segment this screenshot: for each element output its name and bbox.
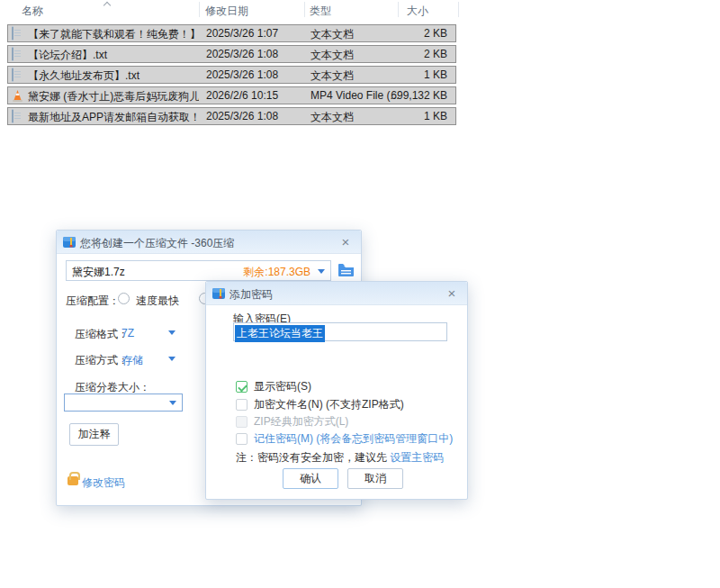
column-divider[interactable] — [398, 2, 399, 17]
lock-icon — [68, 476, 78, 485]
column-header-size[interactable]: 大小 — [407, 4, 428, 19]
desktop-screen: 名称 修改日期 类型 大小 【来了就能下载和观看！纯免费！】.txt 2025/… — [0, 0, 720, 588]
add-password-dialog: 添加密码 × 输入密码(E) 上老王论坛当老王 显示密码(S) 加密文件名(N)… — [205, 281, 468, 500]
text-file-icon — [12, 68, 14, 82]
file-date: 2025/3/26 1:07 — [206, 27, 278, 40]
checked-checkbox-icon[interactable] — [236, 381, 248, 393]
text-file-icon — [12, 109, 14, 123]
file-size: 699,132 KB — [391, 89, 447, 102]
column-divider[interactable] — [304, 2, 305, 17]
password-selected-text: 上老王论坛当老王 — [235, 325, 325, 342]
unchecked-checkbox-icon[interactable] — [236, 433, 248, 445]
table-row[interactable]: 黛安娜 (香水寸止)恶毒后妈玩废狗儿子) ... 2026/2/6 10:15 … — [7, 86, 456, 104]
compress-format-label: 压缩格式： — [75, 327, 129, 342]
table-row[interactable]: 最新地址及APP请发邮箱自动获取！！！.... 2025/3/26 1:08 文… — [7, 107, 456, 125]
text-file-icon — [12, 26, 14, 41]
file-type: MP4 Video File (... — [310, 89, 400, 102]
free-space-label: 剩余:187.3GB — [243, 265, 310, 280]
360zip-app-icon — [212, 287, 225, 300]
compress-method-value[interactable]: 存储 — [122, 353, 143, 368]
security-note: 注：密码没有安全加密，建议先 设置主密码 — [236, 450, 444, 466]
file-size: 2 KB — [424, 27, 447, 40]
speed-fastest-radio[interactable] — [118, 293, 130, 304]
chevron-down-icon[interactable] — [168, 357, 176, 361]
speed-fastest-label: 速度最快 — [136, 294, 179, 309]
column-divider[interactable] — [199, 2, 200, 17]
file-list: 名称 修改日期 类型 大小 【来了就能下载和观看！纯免费！】.txt 2025/… — [0, 0, 468, 126]
file-name: 黛安娜 (香水寸止)恶毒后妈玩废狗儿子) ... — [28, 89, 199, 104]
file-date: 2025/3/26 1:08 — [206, 48, 278, 60]
file-type: 文本文档 — [310, 48, 400, 63]
volume-size-combobox[interactable] — [64, 394, 183, 412]
file-date: 2025/3/26 1:08 — [206, 68, 278, 81]
archive-filename-input[interactable]: 黛安娜1.7z 剩余:187.3GB — [66, 260, 331, 281]
close-icon[interactable]: × — [444, 285, 460, 302]
column-header-name[interactable]: 名称 — [22, 4, 43, 19]
browse-folder-icon[interactable] — [338, 263, 355, 277]
file-date: 2026/2/6 10:15 — [206, 89, 278, 102]
dialog-title: 您将创建一个压缩文件 -360压缩 — [80, 236, 234, 251]
cancel-button[interactable]: 取消 — [347, 468, 403, 489]
file-type: 文本文档 — [310, 27, 400, 42]
chevron-down-icon — [169, 401, 176, 405]
dialog-title: 添加密码 — [230, 287, 273, 303]
file-name: 【来了就能下载和观看！纯免费！】.txt — [28, 27, 199, 42]
unchecked-checkbox-icon[interactable] — [236, 399, 248, 411]
encrypt-filename-checkbox-row[interactable]: 加密文件名(N) (不支持ZIP格式) — [236, 397, 404, 412]
confirm-button[interactable]: 确认 — [283, 468, 338, 489]
sort-caret-up-icon — [104, 1, 111, 7]
file-name: 【永久地址发布页】.txt — [28, 68, 199, 84]
file-type: 文本文档 — [310, 110, 400, 125]
file-list-header: 名称 修改日期 类型 大小 — [0, 0, 468, 19]
chevron-down-icon[interactable] — [318, 269, 325, 274]
file-name: 【论坛介绍】.txt — [28, 48, 199, 63]
checkbox-label: 显示密码(S) — [254, 380, 311, 393]
set-master-password-link[interactable]: 设置主密码 — [390, 451, 444, 464]
zip-classic-checkbox-row: ZIP经典加密方式(L) — [236, 414, 348, 430]
text-file-icon — [12, 47, 14, 61]
file-size: 1 KB — [424, 68, 447, 81]
file-type: 文本文档 — [310, 68, 400, 84]
file-name: 最新地址及APP请发邮箱自动获取！！！.... — [28, 110, 199, 125]
table-row[interactable]: 【来了就能下载和观看！纯免费！】.txt 2025/3/26 1:07 文本文档… — [7, 24, 456, 42]
table-row[interactable]: 【论坛介绍】.txt 2025/3/26 1:08 文本文档 2 KB — [7, 45, 456, 63]
360zip-app-icon — [63, 236, 76, 249]
chevron-down-icon[interactable] — [168, 330, 176, 335]
checkbox-label: ZIP经典加密方式(L) — [254, 415, 348, 428]
file-date: 2025/3/26 1:08 — [206, 110, 278, 122]
column-divider[interactable] — [458, 2, 459, 17]
compress-config-label: 压缩配置： — [66, 294, 120, 309]
close-icon[interactable]: × — [338, 234, 354, 250]
dialog-titlebar[interactable]: 添加密码 × — [206, 282, 467, 305]
add-comment-button[interactable]: 加注释 — [69, 423, 119, 446]
dialog-titlebar[interactable]: 您将创建一个压缩文件 -360压缩 × — [57, 231, 361, 254]
column-header-type[interactable]: 类型 — [310, 4, 331, 19]
column-header-date[interactable]: 修改日期 — [205, 4, 248, 19]
archive-filename-value: 黛安娜1.7z — [72, 265, 125, 280]
password-input[interactable]: 上老王论坛当老王 — [233, 322, 447, 341]
checkbox-label: 记住密码(M) (将会备忘到密码管理窗口中) — [254, 432, 453, 445]
checkbox-label: 加密文件名(N) (不支持ZIP格式) — [254, 398, 404, 411]
file-size: 1 KB — [424, 110, 447, 122]
remember-password-checkbox-row[interactable]: 记住密码(M) (将会备忘到密码管理窗口中) — [236, 431, 453, 447]
note-text: 注：密码没有安全加密，建议先 — [236, 451, 390, 464]
disabled-checkbox-icon — [236, 416, 248, 428]
compress-format-value[interactable]: 7Z — [122, 327, 134, 339]
table-row[interactable]: 【永久地址发布页】.txt 2025/3/26 1:08 文本文档 1 KB — [7, 66, 456, 84]
change-password-link[interactable]: 修改密码 — [82, 475, 125, 491]
show-password-checkbox-row[interactable]: 显示密码(S) — [236, 379, 311, 394]
file-size: 2 KB — [424, 48, 447, 60]
compress-method-label: 压缩方式： — [75, 353, 129, 368]
